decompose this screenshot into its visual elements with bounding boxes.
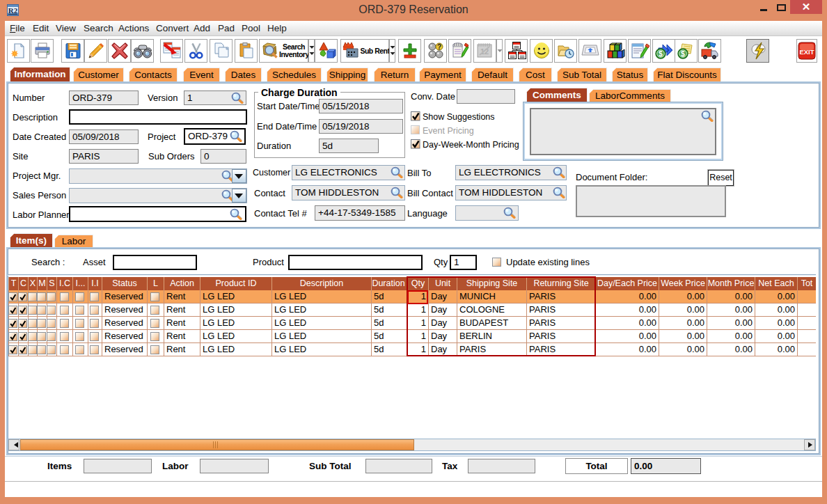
svg-text:?: ?	[436, 43, 441, 51]
svg-text:$: $	[659, 49, 663, 58]
svg-text:$: $	[681, 49, 685, 58]
svg-text:EXIT: EXIT	[799, 48, 814, 56]
